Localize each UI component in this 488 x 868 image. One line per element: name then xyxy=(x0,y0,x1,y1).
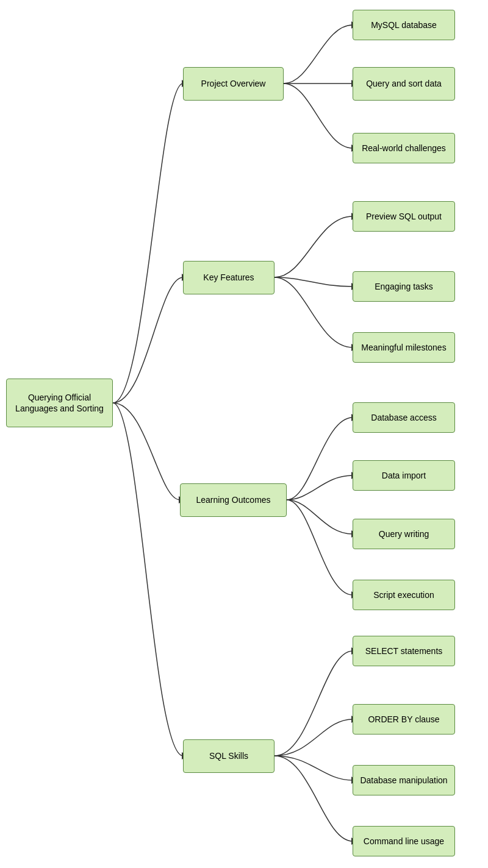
meaningful-milestones-node: Meaningful milestones xyxy=(353,332,455,363)
root-label: Querying Official Languages and Sorting xyxy=(13,392,106,414)
mind-map-diagram: Querying Official Languages and Sorting … xyxy=(0,0,488,868)
order-by-clause-label: ORDER BY clause xyxy=(368,714,439,725)
key-features-node: Key Features xyxy=(183,261,274,294)
data-import-label: Data import xyxy=(382,470,426,481)
learning-outcomes-node: Learning Outcomes xyxy=(180,483,287,517)
database-manipulation-node: Database manipulation xyxy=(353,765,455,795)
query-writing-node: Query writing xyxy=(353,519,455,549)
key-features-label: Key Features xyxy=(203,272,254,283)
mysql-database-label: MySQL database xyxy=(371,20,437,30)
connector-layer xyxy=(0,0,488,868)
real-world-challenges-label: Real-world challenges xyxy=(362,143,446,154)
script-execution-label: Script execution xyxy=(373,589,434,600)
learning-outcomes-label: Learning Outcomes xyxy=(196,494,270,505)
meaningful-milestones-label: Meaningful milestones xyxy=(361,342,446,353)
select-statements-label: SELECT statements xyxy=(365,646,443,656)
data-import-node: Data import xyxy=(353,460,455,491)
sql-skills-label: SQL Skills xyxy=(209,750,248,761)
script-execution-node: Script execution xyxy=(353,580,455,610)
order-by-clause-node: ORDER BY clause xyxy=(353,704,455,735)
project-overview-label: Project Overview xyxy=(201,78,266,89)
preview-sql-output-label: Preview SQL output xyxy=(366,211,442,222)
database-manipulation-label: Database manipulation xyxy=(360,775,447,786)
root-node: Querying Official Languages and Sorting xyxy=(6,379,113,427)
engaging-tasks-label: Engaging tasks xyxy=(375,281,433,292)
project-overview-node: Project Overview xyxy=(183,67,284,101)
database-access-label: Database access xyxy=(371,412,436,423)
query-sort-data-node: Query and sort data xyxy=(353,67,455,101)
real-world-challenges-node: Real-world challenges xyxy=(353,133,455,163)
command-line-usage-node: Command line usage xyxy=(353,826,455,856)
query-sort-data-label: Query and sort data xyxy=(366,78,442,89)
select-statements-node: SELECT statements xyxy=(353,636,455,666)
query-writing-label: Query writing xyxy=(379,528,429,539)
preview-sql-output-node: Preview SQL output xyxy=(353,201,455,232)
command-line-usage-label: Command line usage xyxy=(364,836,444,847)
engaging-tasks-node: Engaging tasks xyxy=(353,271,455,302)
mysql-database-node: MySQL database xyxy=(353,10,455,40)
sql-skills-node: SQL Skills xyxy=(183,739,274,773)
database-access-node: Database access xyxy=(353,402,455,433)
